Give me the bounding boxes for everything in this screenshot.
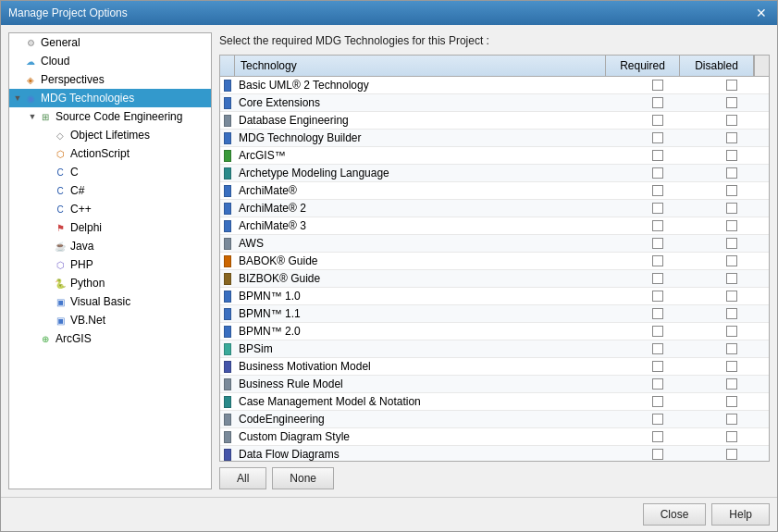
required-checkbox[interactable] (621, 254, 695, 268)
table-row[interactable]: AWS (220, 235, 769, 253)
close-button[interactable]: Close (643, 503, 707, 526)
tree-item-csharp[interactable]: CC# (9, 181, 211, 200)
table-row[interactable]: Database Engineering (220, 112, 769, 130)
table-row[interactable]: Custom Diagram Style (220, 428, 769, 446)
required-checkbox[interactable] (621, 306, 695, 321)
tree-item-delphi[interactable]: ⚑Delphi (9, 218, 211, 237)
table-row[interactable]: ArcGIS™ (220, 147, 769, 165)
tree-item-php[interactable]: ⬡PHP (9, 255, 211, 274)
disabled-checkbox[interactable] (695, 148, 769, 163)
table-row[interactable]: Archetype Modeling Language (220, 165, 769, 182)
tree-item-general[interactable]: ⚙General (9, 33, 211, 52)
disabled-checkbox[interactable] (695, 254, 769, 268)
table-row[interactable]: MDG Technology Builder (220, 130, 769, 147)
disabled-checkbox[interactable] (695, 113, 769, 128)
required-checkbox[interactable] (621, 324, 695, 339)
disabled-checkbox[interactable] (695, 218, 769, 233)
disabled-checkbox[interactable] (695, 306, 769, 321)
disabled-checkbox[interactable] (695, 447, 769, 461)
disabled-checkbox[interactable] (695, 324, 769, 339)
disabled-checkbox[interactable] (695, 271, 769, 286)
tree-item-cloud[interactable]: ☁Cloud (9, 52, 211, 70)
disabled-checkbox[interactable] (695, 394, 769, 409)
disabled-checkbox[interactable] (695, 95, 769, 110)
tree-label-php: PHP (70, 258, 93, 271)
required-checkbox[interactable] (621, 236, 695, 251)
tree-item-c[interactable]: CC (9, 163, 211, 181)
tree-item-visualbasic[interactable]: ▣Visual Basic (9, 292, 211, 311)
table-row[interactable]: BPSim (220, 340, 769, 358)
disabled-checkbox[interactable] (695, 201, 769, 216)
help-button[interactable]: Help (711, 503, 770, 526)
tree-toggle-php (43, 260, 52, 269)
disabled-checkbox[interactable] (695, 130, 769, 145)
required-checkbox[interactable] (621, 183, 695, 198)
table-row[interactable]: Case Management Model & Notation (220, 393, 769, 411)
table-row[interactable]: BPMN™ 2.0 (220, 323, 769, 340)
disabled-checkbox[interactable] (695, 236, 769, 251)
required-checkbox[interactable] (621, 201, 695, 216)
disabled-checkbox[interactable] (695, 429, 769, 444)
table-row[interactable]: Business Motivation Model (220, 358, 769, 376)
tree-item-mdg[interactable]: ▼◉MDG Technologies (9, 89, 211, 107)
table-row[interactable]: ArchiMate® 2 (220, 200, 769, 217)
table-row[interactable]: BABOK® Guide (220, 253, 769, 270)
tree-item-perspectives[interactable]: ◈Perspectives (9, 70, 211, 89)
none-button[interactable]: None (272, 467, 334, 489)
required-checkbox[interactable] (621, 166, 695, 180)
row-icon (220, 306, 235, 322)
tree-item-object-lifetimes[interactable]: ◇Object Lifetimes (9, 126, 211, 144)
tree-item-vbnet[interactable]: ▣VB.Net (9, 311, 211, 329)
required-checkbox[interactable] (621, 447, 695, 461)
tree-item-arcgis[interactable]: ⊕ArcGIS (9, 329, 211, 348)
required-checkbox[interactable] (621, 95, 695, 110)
required-checkbox[interactable] (621, 429, 695, 444)
required-checkbox[interactable] (621, 113, 695, 128)
table-row[interactable]: Basic UML® 2 Technology (220, 77, 769, 94)
row-name: Business Rule Model (235, 376, 621, 392)
disabled-checkbox[interactable] (695, 166, 769, 180)
close-icon[interactable]: ✕ (753, 5, 770, 21)
table-row[interactable]: ArchiMate® (220, 182, 769, 200)
row-name: BABOK® Guide (235, 253, 621, 269)
required-checkbox[interactable] (621, 148, 695, 163)
required-checkbox[interactable] (621, 377, 695, 391)
tree-toggle-source-code[interactable]: ▼ (28, 112, 37, 121)
required-checkbox[interactable] (621, 218, 695, 233)
row-name: Custom Diagram Style (235, 428, 621, 445)
table-row[interactable]: Business Rule Model (220, 376, 769, 393)
tree-item-java[interactable]: ☕Java (9, 237, 211, 255)
tree-item-cpp[interactable]: CC++ (9, 200, 211, 218)
required-checkbox[interactable] (621, 289, 695, 303)
row-icon (220, 271, 235, 287)
table-row[interactable]: Core Extensions (220, 94, 769, 112)
required-checkbox[interactable] (621, 78, 695, 93)
table-row[interactable]: CodeEngineering (220, 411, 769, 428)
tree-item-source-code[interactable]: ▼⊞Source Code Engineering (9, 107, 211, 126)
all-button[interactable]: All (219, 467, 266, 489)
disabled-checkbox[interactable] (695, 341, 769, 356)
required-checkbox[interactable] (621, 271, 695, 286)
disabled-checkbox[interactable] (695, 78, 769, 93)
table-row[interactable]: Data Flow Diagrams (220, 446, 769, 461)
table-row[interactable]: ArchiMate® 3 (220, 217, 769, 235)
tree-label-cloud: Cloud (41, 55, 69, 68)
required-checkbox[interactable] (621, 130, 695, 145)
disabled-checkbox[interactable] (695, 412, 769, 427)
disabled-checkbox[interactable] (695, 377, 769, 391)
required-checkbox[interactable] (621, 359, 695, 374)
table-row[interactable]: BPMN™ 1.1 (220, 305, 769, 323)
tree-item-python[interactable]: 🐍Python (9, 274, 211, 292)
table-row[interactable]: BIZBOK® Guide (220, 270, 769, 288)
required-checkbox[interactable] (621, 394, 695, 409)
tree-item-actionscript[interactable]: ⬡ActionScript (9, 144, 211, 163)
disabled-checkbox[interactable] (695, 359, 769, 374)
disabled-checkbox[interactable] (695, 289, 769, 303)
disabled-checkbox[interactable] (695, 183, 769, 198)
tree-toggle-mdg[interactable]: ▼ (13, 93, 22, 103)
table-row[interactable]: BPMN™ 1.0 (220, 288, 769, 305)
tree-label-source-code: Source Code Engineering (56, 110, 182, 123)
required-checkbox[interactable] (621, 341, 695, 356)
table-body[interactable]: Basic UML® 2 TechnologyCore ExtensionsDa… (220, 77, 769, 461)
required-checkbox[interactable] (621, 412, 695, 427)
